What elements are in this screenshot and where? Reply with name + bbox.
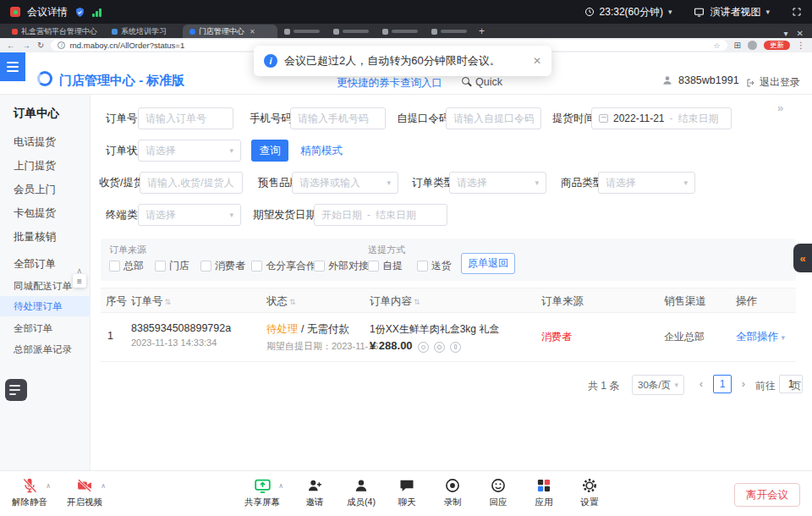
checkbox-hq[interactable]: 总部	[109, 259, 144, 273]
chat-button[interactable]: 聊天	[383, 476, 431, 508]
extensions-icon[interactable]: ⊞	[734, 41, 741, 50]
pickup-code-input[interactable]	[446, 107, 541, 129]
checkbox-external[interactable]: 外部对接	[314, 259, 369, 273]
toast-close-icon[interactable]: ✕	[533, 55, 541, 67]
browser-tab-2[interactable]: 系统培训学习	[105, 25, 183, 38]
app-menu-button[interactable]	[0, 52, 25, 81]
goods-type-select[interactable]: 请选择 ▾	[598, 172, 695, 194]
view-mode-label[interactable]: 演讲者视图	[710, 5, 760, 19]
browser-tab-6[interactable]	[376, 25, 425, 38]
expect-start-placeholder: 开始日期	[321, 208, 362, 222]
receiver-input[interactable]	[140, 172, 243, 194]
tag-icon[interactable]	[434, 342, 445, 353]
pickup-time-range[interactable]: 2022-11-21 - 结束日期	[591, 107, 732, 129]
mic-off-icon	[21, 477, 38, 494]
all-actions-dropdown[interactable]: 全部操作 ▾	[736, 330, 785, 344]
checkbox-consumer[interactable]: 消费者	[200, 259, 245, 273]
floating-list-widget[interactable]	[5, 379, 27, 401]
fullscreen-icon[interactable]	[792, 7, 802, 17]
phone-icon[interactable]	[450, 342, 461, 353]
sidebar-item-hq-dispatch-records[interactable]: 总部派单记录	[0, 339, 91, 360]
browser-tab-5[interactable]	[326, 25, 376, 38]
page-size-select[interactable]: 30条/页 ▾	[632, 375, 684, 395]
sidebar-section-all-orders[interactable]: 全部订单 ∧	[0, 254, 91, 274]
sidebar-item-batch-verify[interactable]: 批量核销	[0, 227, 91, 247]
sidebar-item-phone-pickup[interactable]: 电话提货	[0, 132, 91, 152]
timer-caret-icon[interactable]: ▾	[668, 8, 672, 16]
browser-tab-3-active[interactable]: 门店管理中心 ✕	[183, 25, 277, 38]
user-account[interactable]: 8385wb1991	[661, 74, 739, 86]
tab3-close-icon[interactable]: ✕	[250, 28, 255, 36]
start-video-button[interactable]: ∧ 开启视频	[61, 476, 108, 508]
expect-date-range[interactable]: 开始日期 - 结束日期	[314, 204, 447, 226]
filter-collapse-icon[interactable]: »	[777, 102, 783, 114]
phone-input[interactable]	[290, 107, 386, 129]
brand-badge-icon[interactable]	[418, 342, 429, 353]
camera-options-caret[interactable]: ∧	[101, 482, 106, 490]
main-content: » 订单号 手机号码 自提口令码 提货时间 2022-11-21 - 结束日期 …	[91, 95, 812, 470]
leave-meeting-button[interactable]: 离开会议	[734, 483, 800, 507]
meeting-details-button[interactable]: 会议详情	[27, 5, 68, 19]
quick-search-link[interactable]: Quick	[475, 76, 502, 88]
mic-options-caret[interactable]: ∧	[46, 482, 51, 490]
pickup-end-date-placeholder: 结束日期	[678, 112, 719, 126]
sidebar-collapse-icon[interactable]: ≡	[73, 274, 86, 288]
logout-button[interactable]: 退出登录	[746, 75, 800, 90]
app-title: 门店管理中心 - 标准版	[59, 73, 184, 89]
sidebar-item-all-orders[interactable]: 全部订单	[0, 318, 91, 338]
meeting-app-icon	[10, 7, 20, 17]
terminal-type-select[interactable]: 请选择 ▾	[138, 204, 241, 226]
meeting-timer[interactable]: 23:32(60分钟)	[600, 5, 663, 19]
coupon-query-link[interactable]: 更快捷的券卡查询入口	[337, 76, 442, 91]
record-button[interactable]: 录制	[429, 476, 476, 508]
sidebar-item-member-visit[interactable]: 会员上门	[0, 179, 91, 200]
search-button[interactable]: 查询	[251, 140, 288, 162]
browser-tab-1[interactable]: 礼盒营销平台管理中心	[5, 25, 105, 38]
panel-expand-handle[interactable]: «	[793, 244, 812, 272]
site-info-icon[interactable]: i	[58, 41, 65, 49]
checkbox-store[interactable]: 门店	[155, 259, 189, 273]
back-button[interactable]: ←	[7, 41, 15, 50]
checkbox-warehouse-share[interactable]: 仓分享合作	[251, 259, 316, 273]
th-status[interactable]: 状态⇅	[266, 288, 296, 314]
checkbox-self-pickup[interactable]: 自提	[368, 259, 403, 273]
share-screen-button[interactable]: ∧ 共享屏幕	[239, 476, 286, 508]
order-type-select[interactable]: 请选择 ▾	[449, 172, 546, 194]
simple-mode-link[interactable]: 精简模式	[300, 140, 343, 162]
sidebar-item-pending-orders[interactable]: 待处理订单	[0, 296, 91, 316]
sidebar-item-visit-pickup[interactable]: 上门提货	[0, 156, 91, 176]
window-close-icon[interactable]: ✕	[797, 29, 804, 38]
order-no-input[interactable]	[138, 107, 233, 129]
view-mode-caret-icon[interactable]: ▾	[765, 8, 770, 16]
original-order-return-button[interactable]: 原单退回	[461, 253, 515, 274]
new-tab-button[interactable]: +	[479, 25, 485, 37]
content-title: 1份XX生鲜羊肉礼盒3kg 礼盒	[370, 322, 499, 337]
share-options-caret[interactable]: ∧	[278, 482, 283, 490]
profile-avatar[interactable]	[748, 41, 757, 50]
invite-button[interactable]: 邀请	[291, 476, 338, 508]
reload-button[interactable]: ↻	[37, 41, 44, 50]
browser-tab-4[interactable]	[277, 25, 326, 38]
bookmark-star-icon[interactable]: ☆	[714, 41, 721, 50]
members-button[interactable]: 成员(4)	[337, 476, 385, 508]
th-order-no[interactable]: 订单号⇅	[131, 288, 171, 314]
settings-button[interactable]: 设置	[566, 476, 613, 508]
checkbox-delivery[interactable]: 送货	[417, 259, 452, 273]
unmute-button[interactable]: ∧ 解除静音	[6, 476, 53, 508]
apps-button[interactable]: 应用	[520, 476, 568, 508]
order-status-select[interactable]: 请选择 ▾	[138, 140, 241, 162]
browser-tab-7[interactable]	[425, 25, 474, 38]
th-content[interactable]: 订单内容⇅	[370, 288, 420, 314]
forward-button[interactable]: →	[22, 41, 30, 50]
security-shield-icon[interactable]	[74, 7, 85, 18]
sidebar-item-card-pickup[interactable]: 卡包提货	[0, 203, 91, 223]
tab1-favicon	[12, 29, 18, 35]
current-page[interactable]: 1	[713, 375, 732, 393]
tabstrip-caret-icon[interactable]: ▾	[784, 29, 788, 38]
brand-select[interactable]: 请选择或输入 ▾	[292, 172, 398, 194]
reactions-button[interactable]: 回应	[475, 476, 522, 508]
browser-menu-icon[interactable]: ⋮	[797, 41, 805, 50]
browser-update-button[interactable]: 更新	[764, 41, 790, 51]
prev-page-button[interactable]: ‹	[693, 375, 710, 393]
next-page-button[interactable]: ›	[735, 375, 752, 393]
